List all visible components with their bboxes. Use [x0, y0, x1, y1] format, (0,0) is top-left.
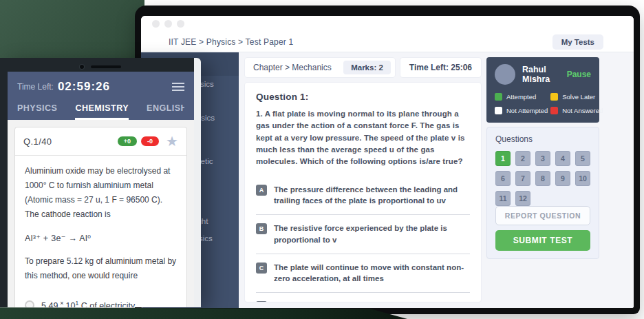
- cathode-reaction-formula: Al³⁺ + 3e⁻ → Al⁰: [25, 233, 177, 243]
- divider: [256, 214, 470, 215]
- solve-later-swatch: [550, 93, 558, 101]
- bookmark-star-icon[interactable]: ★: [166, 134, 178, 148]
- content-area: Chapters General Physics Mechanics Therm…: [141, 52, 634, 308]
- window-control-dot[interactable]: [177, 20, 184, 28]
- question-number-grid: 1 2 3 4 5 6 7 8 9 10 11 12: [495, 151, 590, 206]
- question-header-row: Chapter > Mechanics Marks: 2 Time Left: …: [244, 57, 482, 78]
- mobile-question-text: Aluminium oxide may be electrolysed at 1…: [25, 164, 177, 222]
- question-nav-11[interactable]: 11: [495, 191, 511, 206]
- phone-speaker: [91, 65, 121, 68]
- question-nav-10[interactable]: 10: [575, 171, 590, 186]
- hamburger-menu-icon[interactable]: [172, 83, 184, 91]
- attempted-swatch: [495, 93, 502, 101]
- positive-marks-badge: +0: [118, 136, 137, 146]
- option-c-badge[interactable]: C: [256, 263, 267, 274]
- status-legend: Attempted Solve Later Not Attempted: [495, 93, 591, 114]
- status-panel: Rahul Mishra Pause Attempted Solve Later: [486, 52, 634, 308]
- questions-panel: Questions 1 2 3 4 5 6 7 8 9 10 11: [486, 127, 599, 259]
- option-a-badge[interactable]: A: [256, 185, 267, 196]
- question-text: 1. A flat plate is moving normal to its …: [256, 108, 470, 167]
- option-a[interactable]: A The pressure difference between the le…: [256, 184, 470, 206]
- window-control-dot[interactable]: [164, 20, 172, 28]
- time-left-badge: Time Left: 25:06: [400, 57, 482, 78]
- option-c[interactable]: C The plate will continue to move with c…: [256, 262, 470, 284]
- my-tests-button[interactable]: My Tests: [552, 34, 603, 50]
- question-counter: Q.1/40: [23, 136, 52, 147]
- option-c-text: The plate will continue to move with con…: [274, 262, 470, 284]
- question-nav-8[interactable]: 8: [535, 171, 550, 186]
- not-attempted-swatch: [495, 107, 502, 114]
- submit-test-button[interactable]: SUBMIT TEST: [495, 230, 590, 251]
- mobile-question-card-header: Q.1/40 +0 -0 ★: [15, 127, 186, 156]
- question-nav-4[interactable]: 4: [555, 151, 570, 166]
- breadcrumb[interactable]: IIT JEE > Physics > Test Paper 1: [169, 37, 293, 47]
- mobile-option-1[interactable]: 5.49×101 C of electricity: [25, 293, 177, 307]
- question-nav-3[interactable]: 3: [535, 151, 550, 166]
- question-nav-1[interactable]: 1: [495, 151, 511, 166]
- option-b[interactable]: B The resistive force experienced by the…: [256, 223, 470, 245]
- mobile-option-1-text: 5.49×101 C of electricity: [41, 300, 135, 307]
- phone-screen: Time Left: 02:59:26 PHYSICS CHEMISTRY EN…: [8, 72, 194, 307]
- negative-marks-badge: -0: [141, 136, 159, 146]
- time-left-value: 02:59:26: [58, 80, 110, 94]
- question-title: Question 1:: [256, 92, 470, 102]
- question-nav-12[interactable]: 12: [515, 191, 530, 206]
- question-nav-9[interactable]: 9: [555, 171, 570, 186]
- tab-english-proficiency[interactable]: ENGLISH PROFICIENCY: [147, 103, 184, 120]
- question-main-column: Chapter > Mechanics Marks: 2 Time Left: …: [239, 52, 486, 308]
- option-b-text: The resistive force experienced by the p…: [274, 223, 470, 245]
- subject-tabs: PHYSICS CHEMISTRY ENGLISH PROFICIENCY: [17, 103, 184, 120]
- question-nav-5[interactable]: 5: [575, 151, 590, 166]
- question-nav-6[interactable]: 6: [495, 171, 511, 186]
- question-nav-7[interactable]: 7: [515, 171, 530, 186]
- browser-window-content: IIT JEE > Physics > Test Paper 1 My Test…: [141, 16, 634, 308]
- pause-button[interactable]: Pause: [567, 70, 591, 79]
- mobile-app-header: Time Left: 02:59:26 PHYSICS CHEMISTRY EN…: [8, 72, 194, 120]
- legend-not-attempted: Not Attempted: [495, 107, 548, 114]
- question-nav-2[interactable]: 2: [515, 151, 530, 166]
- divider: [256, 292, 470, 293]
- option-d-badge[interactable]: D: [256, 301, 267, 302]
- breadcrumb-bar: IIT JEE > Physics > Test Paper 1 My Test…: [141, 32, 634, 52]
- questions-label: Questions: [495, 134, 590, 144]
- avatar: [495, 64, 515, 85]
- mobile-question-body: Aluminium oxide may be electrolysed at 1…: [15, 156, 186, 307]
- tab-chemistry[interactable]: CHEMISTRY: [75, 103, 129, 120]
- background-surface-top: [0, 0, 144, 66]
- option-b-badge[interactable]: B: [256, 223, 267, 234]
- option-d[interactable]: D At a later time the external force F b…: [256, 300, 470, 302]
- legend-solve-later: Solve Later: [550, 93, 603, 101]
- time-left-label: Time Left:: [17, 82, 54, 92]
- not-answered-swatch: [550, 107, 558, 114]
- divider: [256, 254, 470, 254]
- mobile-question-card: Q.1/40 +0 -0 ★ Aluminium oxide may be el…: [14, 127, 187, 307]
- phone-bezel-right: [194, 58, 201, 307]
- legend-not-answered: Not Answered: [550, 107, 603, 114]
- question-card: Question 1: 1. A flat plate is moving no…: [244, 82, 482, 302]
- chapter-header-card: Chapter > Mechanics Marks: 2: [244, 57, 396, 78]
- window-titlebar: [141, 16, 634, 32]
- radio-button[interactable]: [25, 300, 34, 307]
- tab-physics[interactable]: PHYSICS: [17, 103, 57, 120]
- page: IIT JEE > Physics > Test Paper 1 My Test…: [0, 0, 644, 319]
- mobile-body: Q.1/40 +0 -0 ★ Aluminium oxide may be el…: [8, 120, 194, 307]
- option-d-text: At a later time the external force F bal…: [274, 300, 470, 302]
- user-card: Rahul Mishra Pause Attempted Solve Later: [486, 57, 599, 123]
- phone-camera: [80, 65, 84, 69]
- option-a-text: The pressure difference between the lead…: [274, 184, 470, 206]
- options-list: A The pressure difference between the le…: [256, 176, 470, 302]
- marks-badge: Marks: 2: [343, 61, 391, 74]
- chapter-header: Chapter > Mechanics: [253, 63, 343, 72]
- window-control-dot[interactable]: [152, 20, 160, 28]
- mobile-question-prompt: To prepare 5.12 kg of aluminium metal by…: [25, 254, 177, 283]
- user-name: Rahul Mishra: [522, 65, 567, 84]
- report-question-button[interactable]: REPORT QUESTION: [495, 206, 590, 225]
- phone-mockup: Time Left: 02:59:26 PHYSICS CHEMISTRY EN…: [0, 58, 201, 307]
- mobile-timer-row: Time Left: 02:59:26: [17, 80, 184, 94]
- user-row: Rahul Mishra Pause: [495, 64, 591, 85]
- browser-window: IIT JEE > Physics > Test Paper 1 My Test…: [135, 6, 640, 314]
- legend-attempted: Attempted: [495, 93, 548, 101]
- phone-bezel: [0, 63, 201, 71]
